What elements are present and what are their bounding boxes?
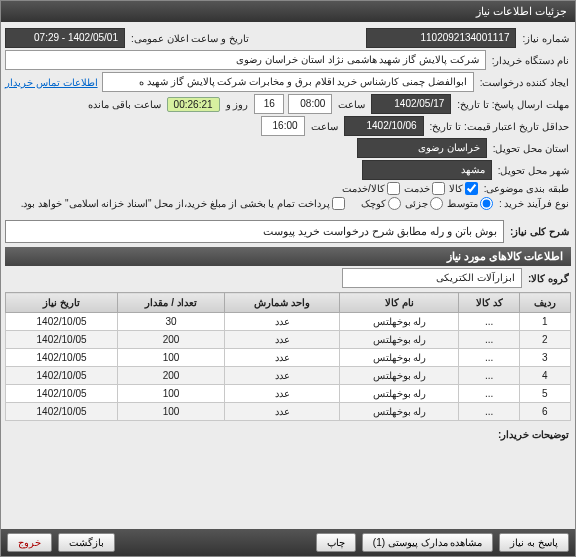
treasury-check[interactable]: [332, 197, 345, 210]
table-row[interactable]: 1...رله بوخهلتسعدد301402/10/05: [6, 313, 571, 331]
province-value: خراسان رضوی: [357, 138, 487, 158]
cell-unit: عدد: [225, 403, 340, 421]
validity-label: حداقل تاریخ اعتبار قیمت: تا تاریخ:: [428, 121, 571, 132]
subject-service-check[interactable]: [432, 182, 445, 195]
cell-qty: 200: [118, 331, 225, 349]
cell-code: ...: [459, 349, 519, 367]
cell-code: ...: [459, 313, 519, 331]
ptype-medium-radio[interactable]: [480, 197, 493, 210]
table-row[interactable]: 4...رله بوخهلتسعدد2001402/10/05: [6, 367, 571, 385]
cell-code: ...: [459, 403, 519, 421]
cell-qty: 200: [118, 367, 225, 385]
cell-date: 1402/10/05: [6, 403, 118, 421]
footer-bar: پاسخ به نیاز مشاهده مدارک پیوستی (1) چاپ…: [1, 529, 575, 556]
col-date: تاریخ نیاز: [6, 293, 118, 313]
col-name: نام کالا: [340, 293, 459, 313]
items-table-wrap: ۰۲۱-۸۸۳۴۹۶ ردیف کد کالا نام کالا واحد شم…: [5, 292, 571, 421]
remaining-label: ساعت باقی مانده: [86, 99, 163, 110]
buyer-org-value: شرکت پالایش گاز شهید هاشمی نژاد استان خر…: [5, 50, 486, 70]
cell-unit: عدد: [225, 331, 340, 349]
subject-both-check[interactable]: [387, 182, 400, 195]
time-label-2: ساعت: [309, 121, 340, 132]
ptype-small-radio[interactable]: [388, 197, 401, 210]
attachments-button[interactable]: مشاهده مدارک پیوستی (1): [362, 533, 494, 552]
cell-date: 1402/10/05: [6, 313, 118, 331]
cell-name: رله بوخهلتس: [340, 313, 459, 331]
cell-code: ...: [459, 385, 519, 403]
col-qty: تعداد / مقدار: [118, 293, 225, 313]
day-count: 16: [254, 94, 284, 114]
table-row[interactable]: 3...رله بوخهلتسعدد1001402/10/05: [6, 349, 571, 367]
items-section-header: اطلاعات کالاهای مورد نیاز: [5, 247, 571, 266]
cell-date: 1402/10/05: [6, 331, 118, 349]
subject-service-opt[interactable]: خدمت: [404, 182, 445, 195]
cell-unit: عدد: [225, 367, 340, 385]
table-row[interactable]: 2...رله بوخهلتسعدد2001402/10/05: [6, 331, 571, 349]
subject-both-opt[interactable]: کالا/خدمت: [342, 182, 400, 195]
window: جزئیات اطلاعات نیاز شماره نیاز: 11020921…: [0, 0, 576, 557]
cell-n: 5: [519, 385, 570, 403]
col-rownum: ردیف: [519, 293, 570, 313]
print-button[interactable]: چاپ: [316, 533, 356, 552]
province-label: استان محل تحویل:: [491, 143, 571, 154]
cell-unit: عدد: [225, 313, 340, 331]
desc-value[interactable]: بوش باتن و رله مطابق شرح درخواست خرید پی…: [5, 220, 504, 243]
requester-label: ایجاد کننده درخواست:: [478, 77, 571, 88]
items-table: ردیف کد کالا نام کالا واحد شمارش تعداد /…: [5, 292, 571, 421]
col-code: کد کالا: [459, 293, 519, 313]
cell-name: رله بوخهلتس: [340, 403, 459, 421]
deadline-label: مهلت ارسال پاسخ: تا تاریخ:: [455, 99, 571, 110]
cell-date: 1402/10/05: [6, 385, 118, 403]
cell-n: 1: [519, 313, 570, 331]
exit-button[interactable]: خروج: [7, 533, 52, 552]
subject-kala-opt[interactable]: کالا: [449, 182, 478, 195]
back-button[interactable]: بازگشت: [58, 533, 115, 552]
deadline-time: 08:00: [288, 94, 332, 114]
cell-date: 1402/10/05: [6, 349, 118, 367]
requester-value: ابوالفضل چمنی کارشناس خرید اقلام برق و م…: [102, 72, 474, 92]
ptype-small-opt[interactable]: کوچک: [361, 197, 401, 210]
cell-unit: عدد: [225, 349, 340, 367]
cell-date: 1402/10/05: [6, 367, 118, 385]
cell-qty: 100: [118, 403, 225, 421]
purchase-type-label: نوع فرآیند خرید :: [497, 198, 571, 209]
cell-code: ...: [459, 367, 519, 385]
group-label: گروه کالا:: [526, 273, 571, 284]
table-row[interactable]: 6...رله بوخهلتسعدد1001402/10/05: [6, 403, 571, 421]
desc-label: شرح کلی نیاز:: [508, 226, 571, 237]
cell-unit: عدد: [225, 385, 340, 403]
pub-datetime-value: 1402/05/01 - 07:29: [5, 28, 125, 48]
pub-datetime-label: تاریخ و ساعت اعلان عمومی:: [129, 33, 251, 44]
time-label-1: ساعت: [336, 99, 367, 110]
cell-name: رله بوخهلتس: [340, 331, 459, 349]
buyer-notes-label: توضیحات خریدار:: [496, 429, 571, 440]
cell-name: رله بوخهلتس: [340, 367, 459, 385]
ptype-partial-opt[interactable]: جزئی: [405, 197, 443, 210]
subject-kala-check[interactable]: [465, 182, 478, 195]
treasury-opt[interactable]: پرداخت تمام یا بخشی از مبلغ خرید،از محل …: [21, 197, 345, 210]
buyer-org-label: نام دستگاه خریدار:: [490, 55, 571, 66]
subject-class-label: طبقه بندی موضوعی:: [482, 183, 571, 194]
cell-name: رله بوخهلتس: [340, 385, 459, 403]
validity-time: 16:00: [261, 116, 305, 136]
contact-link[interactable]: اطلاعات تماس خریدار: [5, 77, 98, 88]
content-area: شماره نیاز: 1102092134001117 تاریخ و ساع…: [1, 22, 575, 529]
table-row[interactable]: 5...رله بوخهلتسعدد1001402/10/05: [6, 385, 571, 403]
day-unit: روز و: [224, 99, 251, 110]
validity-date: 1402/10/06: [344, 116, 424, 136]
ptype-medium-opt[interactable]: متوسط: [447, 197, 493, 210]
city-label: شهر محل تحویل:: [496, 165, 571, 176]
table-header-row: ردیف کد کالا نام کالا واحد شمارش تعداد /…: [6, 293, 571, 313]
cell-name: رله بوخهلتس: [340, 349, 459, 367]
cell-n: 2: [519, 331, 570, 349]
reply-button[interactable]: پاسخ به نیاز: [499, 533, 569, 552]
cell-n: 4: [519, 367, 570, 385]
cell-qty: 100: [118, 385, 225, 403]
cell-qty: 30: [118, 313, 225, 331]
countdown-timer: 00:26:21: [167, 97, 220, 112]
need-no-label: شماره نیاز:: [520, 33, 571, 44]
ptype-partial-radio[interactable]: [430, 197, 443, 210]
cell-code: ...: [459, 331, 519, 349]
cell-qty: 100: [118, 349, 225, 367]
window-title: جزئیات اطلاعات نیاز: [476, 5, 567, 18]
